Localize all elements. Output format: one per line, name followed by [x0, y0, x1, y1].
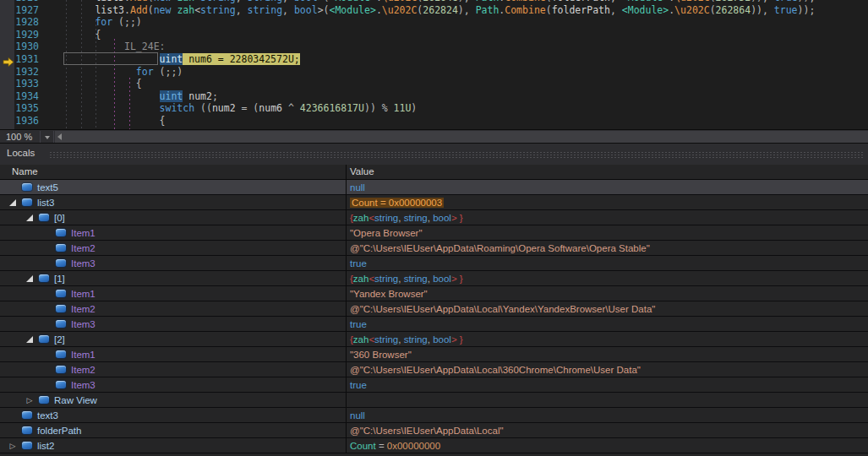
code-token: true [774, 4, 798, 16]
locals-value-cell[interactable]: "360 Browser" [347, 347, 868, 361]
locals-row[interactable]: Item3true [0, 317, 868, 332]
locals-name-cell: Item3 [0, 317, 347, 331]
variable-name: list2 [37, 441, 54, 451]
locals-value-cell[interactable]: true [347, 377, 868, 392]
locals-row[interactable]: list3Count = 0x00000003 [0, 195, 868, 210]
code-token: 262752 [716, 0, 751, 3]
locals-title-bar[interactable]: Locals [0, 144, 868, 165]
locals-name-cell: [2] [0, 332, 347, 346]
locals-row[interactable]: Item1"Yandex Browser" [0, 286, 868, 301]
locals-row[interactable]: [0]{zah<string, string, bool> } [0, 210, 868, 225]
code-token: <Module> [329, 0, 375, 3]
locals-value-cell[interactable]: {zah<string, string, bool> } [347, 271, 868, 285]
value-token: bool [433, 334, 451, 345]
code-token: ( [546, 0, 552, 3]
code-token: ( [710, 4, 716, 16]
expander-expanded-icon[interactable] [24, 335, 35, 344]
column-header-value[interactable]: Value [347, 165, 868, 179]
locals-value-cell[interactable]: Count = 0x00000000 [347, 438, 868, 453]
locals-row[interactable]: Item1"Opera Browser" [0, 225, 868, 241]
locals-name-cell: Item1 [0, 286, 347, 301]
field-icon [39, 335, 49, 343]
locals-row[interactable]: folderPath@"C:\Users\IEUser\AppData\Loca… [0, 423, 868, 438]
zoom-dropdown-arrow-icon[interactable] [41, 131, 54, 144]
locals-value-cell[interactable]: @"C:\Users\IEUser\AppData\Roaming\Opera … [347, 241, 868, 255]
variable-name: Item3 [71, 380, 96, 390]
locals-value-cell[interactable]: {zah<string, string, bool> } [347, 332, 868, 346]
expander-collapsed-icon[interactable]: ▷ [7, 442, 19, 450]
code-token: , [236, 4, 248, 16]
code-line: 1931 uint num6 = 2280342572U; [0, 53, 868, 66]
locals-value-cell[interactable]: null [347, 180, 868, 194]
locals-value-cell[interactable]: null [347, 408, 868, 422]
locals-row[interactable]: Item3true [0, 377, 868, 393]
locals-row[interactable]: Item1"360 Browser" [0, 347, 868, 362]
value-token: @"C:\Users\IEUser\AppData\Local\360Chrom… [350, 365, 641, 375]
locals-row[interactable]: [1]{zah<string, string, bool> } [0, 271, 868, 286]
code-line: 1934 uint num2; [0, 90, 868, 103]
locals-value-cell[interactable]: @"C:\Users\IEUser\AppData\Local" [347, 423, 868, 437]
code-token: <Module> [622, 4, 669, 16]
locals-value-cell[interactable] [347, 393, 868, 407]
code-editor[interactable]: 1926 list3.Add(new zah<string, string, b… [0, 0, 868, 129]
zoom-level-value: 100 % [6, 132, 32, 142]
locals-row[interactable]: ▷list2Count = 0x00000000 [0, 438, 868, 453]
locals-name-cell: Item2 [0, 301, 347, 316]
locals-value-cell[interactable]: true [347, 317, 868, 331]
value-token: "Opera Browser" [350, 228, 423, 238]
code-token: zah [177, 0, 194, 3]
code-line: 1928 for (;;) [0, 16, 868, 29]
code-token [48, 102, 160, 114]
expander-placeholder [41, 366, 52, 374]
field-icon [22, 411, 32, 419]
scrollbar-left-arrow-icon[interactable] [57, 133, 62, 140]
expander-placeholder [7, 426, 19, 435]
locals-row[interactable]: Item2@"C:\Users\IEUser\AppData\Roaming\O… [0, 241, 868, 256]
locals-value-cell[interactable]: @"C:\Users\IEUser\AppData\Local\360Chrom… [347, 362, 868, 377]
zoom-level-select[interactable]: 100 % [0, 131, 41, 144]
locals-value-cell[interactable]: {zah<string, string, bool> } [347, 210, 868, 225]
code-token: Path [476, 4, 500, 16]
variable-name: Item1 [71, 228, 96, 238]
column-header-name[interactable]: Name [0, 165, 347, 179]
locals-value-cell[interactable]: "Yandex Browser" [347, 286, 868, 301]
field-icon [56, 350, 66, 358]
code-token: )) % [364, 102, 394, 114]
expander-expanded-icon[interactable] [24, 214, 35, 222]
variable-name: list3 [37, 198, 54, 208]
expander-expanded-icon[interactable] [24, 274, 35, 283]
window-drag-grip[interactable] [49, 151, 865, 159]
locals-row[interactable]: Item2@"C:\Users\IEUser\AppData\Local\Yan… [0, 301, 868, 317]
code-token: { [48, 78, 142, 90]
locals-value-cell[interactable]: Count = 0x00000003 [347, 195, 868, 209]
locals-name-cell: [1] [0, 271, 347, 285]
code-token: , [282, 0, 294, 3]
locals-value-cell[interactable]: @"C:\Users\IEUser\AppData\Local\Yandex\Y… [347, 301, 868, 316]
code-line: 1929 { [0, 29, 868, 41]
code-token: \u202C [382, 0, 418, 3]
expander-collapsed-icon[interactable]: ▷ [24, 396, 35, 404]
value-token: < [368, 213, 374, 223]
code-token: Add [130, 0, 148, 3]
locals-value-cell[interactable]: true [347, 256, 868, 270]
code-token: ^ [282, 102, 300, 114]
locals-row[interactable]: [2]{zah<string, string, bool> } [0, 332, 868, 347]
locals-name-cell: Item2 [0, 362, 347, 377]
locals-row[interactable]: text3null [0, 408, 868, 423]
value-token: 0x00000000 [387, 441, 440, 451]
code-token [48, 66, 136, 78]
locals-row[interactable]: Item3true [0, 256, 868, 271]
code-token: true [774, 0, 798, 3]
line-number: 1927 [0, 4, 39, 17]
value-token: string [374, 213, 398, 223]
field-icon [56, 229, 66, 236]
horizontal-scrollbar[interactable] [55, 131, 868, 144]
code-token: Combine [505, 0, 545, 3]
field-icon [39, 274, 49, 282]
locals-row[interactable]: Item2@"C:\Users\IEUser\AppData\Local\360… [0, 362, 868, 377]
locals-row[interactable]: ▷Raw View [0, 393, 868, 408]
locals-name-cell: Item1 [0, 225, 347, 240]
locals-row[interactable]: text5null [0, 180, 868, 195]
locals-value-cell[interactable]: "Opera Browser" [347, 225, 868, 240]
expander-expanded-icon[interactable] [7, 198, 19, 207]
